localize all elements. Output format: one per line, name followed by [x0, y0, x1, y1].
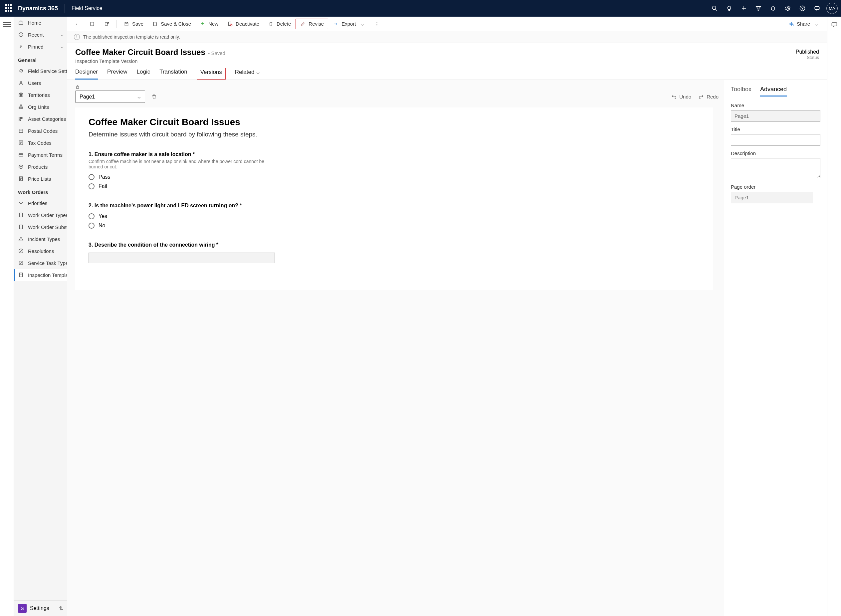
- nav-inspection-templates[interactable]: Inspection Templa...: [14, 269, 67, 281]
- nav-postal-codes[interactable]: Postal Codes: [14, 125, 67, 137]
- tab-designer[interactable]: Designer: [75, 69, 98, 79]
- question-2[interactable]: 2. Is the machine's power light and LED …: [88, 203, 700, 229]
- question-1[interactable]: 1. Ensure coffee maker is a safe locatio…: [88, 151, 700, 189]
- nav-resolutions[interactable]: Resolutions: [14, 245, 67, 257]
- title-input[interactable]: [731, 134, 820, 146]
- question-title: Describe the condition of the connection…: [95, 242, 218, 248]
- svg-rect-21: [19, 213, 22, 217]
- canvas-scroll[interactable]: Coffee Maker Circuit Board Issues Determ…: [75, 107, 718, 611]
- nav-field-service-settings[interactable]: ⚙Field Service Setti...: [14, 65, 67, 77]
- waffle-icon[interactable]: [5, 4, 13, 12]
- svg-point-0: [712, 6, 716, 10]
- new-button[interactable]: +New: [196, 19, 222, 29]
- nav-pinned[interactable]: Pinned ⌵: [14, 41, 67, 53]
- plus-icon[interactable]: [737, 0, 751, 17]
- org-icon: [18, 104, 24, 110]
- area-switcher-settings[interactable]: S Settings ⇅: [14, 600, 67, 616]
- nav-home[interactable]: Home: [14, 17, 67, 29]
- question-number: 2.: [88, 203, 93, 208]
- nav-label: Inspection Templa...: [28, 272, 67, 278]
- brand-label[interactable]: Dynamics 365: [18, 5, 64, 12]
- redo-button[interactable]: Redo: [699, 94, 718, 100]
- nav-users[interactable]: Users: [14, 77, 67, 89]
- tab-translation[interactable]: Translation: [160, 69, 187, 79]
- text-response-input[interactable]: [88, 252, 275, 263]
- props-tab-toolbox[interactable]: Toolbox: [731, 86, 752, 97]
- share-button[interactable]: Share⌵: [784, 19, 824, 29]
- radio-icon: [88, 174, 95, 180]
- page-order-input[interactable]: [731, 192, 813, 203]
- radio-option-pass[interactable]: Pass: [88, 174, 700, 180]
- radio-option-no[interactable]: No: [88, 223, 700, 229]
- nav-asset-categories[interactable]: Asset Categories: [14, 113, 67, 125]
- tab-related[interactable]: Related⌵: [235, 69, 260, 79]
- nav-products[interactable]: Products: [14, 161, 67, 173]
- revise-button[interactable]: Revise: [296, 19, 328, 29]
- tab-preview[interactable]: Preview: [107, 69, 127, 79]
- description-input[interactable]: [731, 158, 820, 178]
- hamburger-icon[interactable]: [3, 21, 11, 28]
- postal-icon: [18, 128, 24, 134]
- help-icon[interactable]: [795, 0, 810, 17]
- radio-option-yes[interactable]: Yes: [88, 213, 700, 219]
- nav-org-units[interactable]: Org Units: [14, 101, 67, 113]
- inspection-canvas: Coffee Maker Circuit Board Issues Determ…: [75, 107, 713, 290]
- chevron-down-icon[interactable]: ⌵: [359, 21, 366, 27]
- deactivate-button[interactable]: Deactivate: [223, 19, 263, 29]
- check-icon: [18, 248, 24, 254]
- nav-label: Price Lists: [28, 176, 51, 182]
- tab-logic[interactable]: Logic: [137, 69, 151, 79]
- nav-price-lists[interactable]: Price Lists: [14, 173, 67, 185]
- back-button[interactable]: ←: [70, 19, 85, 29]
- chevron-down-icon: ⌵: [138, 94, 141, 100]
- svg-rect-11: [20, 105, 22, 106]
- export-button[interactable]: Export⌵: [329, 19, 369, 29]
- question-3[interactable]: 3. Describe the condition of the connect…: [88, 242, 700, 263]
- cmd-label: Deactivate: [236, 21, 259, 26]
- undo-button[interactable]: Undo: [671, 94, 691, 100]
- option-label: Yes: [98, 213, 107, 219]
- settings-icon[interactable]: [781, 0, 795, 17]
- chevron-down-icon[interactable]: ⌵: [813, 21, 820, 27]
- doc-icon: [18, 212, 24, 218]
- delete-page-button[interactable]: [149, 92, 159, 102]
- form-selector-button[interactable]: [85, 19, 99, 29]
- nav-label: Priorities: [28, 200, 47, 206]
- plus-icon: +: [200, 21, 206, 27]
- nav-recent[interactable]: Recent ⌵: [14, 29, 67, 41]
- nav-payment-terms[interactable]: Payment Terms: [14, 149, 67, 161]
- props-tab-advanced[interactable]: Advanced: [760, 86, 787, 97]
- nav-service-task-types[interactable]: Service Task Types: [14, 257, 67, 269]
- svg-rect-15: [21, 117, 23, 119]
- radio-icon: [88, 183, 95, 189]
- page-selector[interactable]: Page1 ⌵: [75, 91, 145, 103]
- nav-incident-types[interactable]: Incident Types: [14, 233, 67, 245]
- nav-tax-codes[interactable]: Tax Codes: [14, 137, 67, 149]
- app-name[interactable]: Field Service: [67, 5, 102, 11]
- pencil-icon: [300, 21, 306, 27]
- lightbulb-icon[interactable]: [722, 0, 737, 17]
- delete-button[interactable]: Delete: [264, 19, 295, 29]
- tab-versions[interactable]: Versions: [197, 68, 226, 79]
- name-input[interactable]: [731, 110, 820, 122]
- save-button[interactable]: Save: [120, 19, 147, 29]
- banner-text: The published inspection template is rea…: [83, 34, 180, 40]
- payment-icon: [18, 152, 24, 158]
- nav-work-order-types[interactable]: Work Order Types: [14, 209, 67, 221]
- save-close-button[interactable]: Save & Close: [148, 19, 195, 29]
- bell-icon[interactable]: [766, 0, 781, 17]
- open-new-window-button[interactable]: [100, 19, 114, 29]
- nav-work-order-subst[interactable]: Work Order Subst...: [14, 221, 67, 233]
- radio-option-fail[interactable]: Fail: [88, 183, 700, 189]
- canvas-description: Determine issues with circuit board by f…: [88, 131, 700, 138]
- more-button[interactable]: ⋮: [371, 19, 383, 29]
- filter-icon[interactable]: [751, 0, 766, 17]
- nav-territories[interactable]: Territories: [14, 89, 67, 101]
- chat-icon[interactable]: [810, 0, 824, 17]
- assistant-icon[interactable]: [831, 21, 838, 28]
- nav-priorities[interactable]: Priorities: [14, 197, 67, 209]
- command-bar: ← Save Save & Close +New Deactivate Dele…: [67, 17, 827, 31]
- user-avatar[interactable]: MA: [826, 3, 838, 14]
- search-icon[interactable]: [707, 0, 722, 17]
- question-title: Is the machine's power light and LED scr…: [95, 203, 242, 208]
